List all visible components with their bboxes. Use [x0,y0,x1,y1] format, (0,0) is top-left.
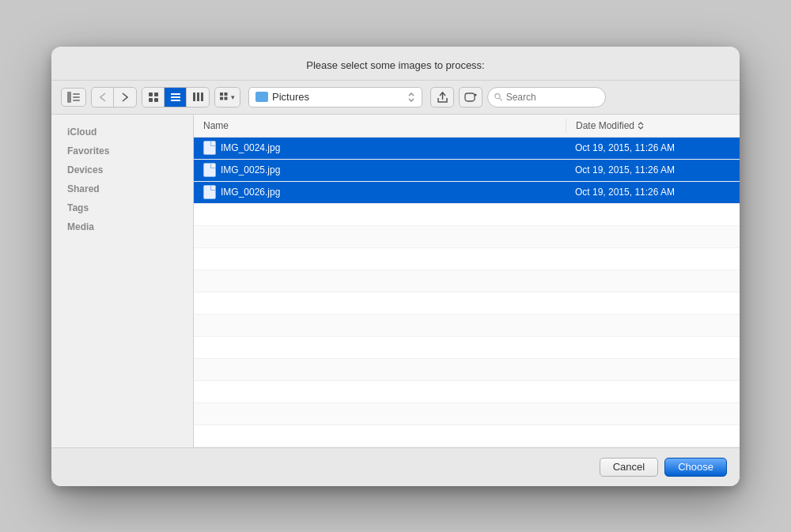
view-icon-button[interactable] [142,88,165,107]
search-box[interactable] [487,87,606,108]
svg-rect-5 [154,92,158,96]
svg-rect-10 [171,100,180,101]
svg-rect-16 [220,96,223,100]
table-row[interactable]: IMG_0026.jpg Oct 19, 2015, 11:26 AM [194,182,740,204]
sidebar: iCloud Favorites Devices Shared [51,115,194,447]
file-date-cell: Oct 19, 2015, 11:26 AM [566,161,740,179]
svg-rect-2 [73,96,80,98]
list-icon [171,93,180,101]
file-name-cell: IMG_0024.jpg [194,138,566,158]
action-button[interactable]: ▾ [215,88,240,107]
empty-row [194,270,740,292]
table-row[interactable]: IMG_0024.jpg Oct 19, 2015, 11:26 AM [194,138,740,160]
svg-rect-15 [225,92,228,96]
file-icon [203,163,216,177]
tag-icon [464,92,477,103]
current-folder: Pictures [272,91,407,103]
action-arrow-icon: ▾ [231,93,235,101]
dialog-footer: Cancel Choose [51,447,740,486]
svg-rect-6 [149,98,153,102]
svg-rect-11 [193,92,195,101]
sidebar-section-media: Media [51,218,193,236]
svg-rect-1 [73,93,80,95]
sidebar-item-icloud[interactable]: iCloud [55,123,190,141]
sidebar-section-favorites: Favorites [51,142,193,160]
action-button-group: ▾ [214,87,240,108]
empty-row [194,315,740,337]
svg-rect-8 [171,93,180,95]
sidebar-item-media[interactable]: Media [55,218,190,236]
dialog-title-bar: Please select some images to process: [51,47,740,81]
file-icon [203,185,216,199]
empty-row [194,337,740,359]
svg-rect-12 [197,92,199,101]
sidebar-item-devices[interactable]: Devices [55,161,190,179]
action-grid-icon [220,92,229,102]
svg-line-22 [500,98,502,100]
file-list-header: Name Date Modified [194,115,740,138]
sidebar-toggle-icon [67,92,80,103]
folder-icon [255,92,268,102]
file-open-dialog: Please select some images to process: [51,47,740,486]
choose-button[interactable]: Choose [664,458,727,477]
sidebar-toggle-button[interactable] [61,88,86,107]
svg-rect-7 [154,98,158,102]
sidebar-item-favorites[interactable]: Favorites [55,142,190,160]
empty-row [194,403,740,425]
column-header-date[interactable]: Date Modified [566,119,740,133]
svg-rect-14 [220,92,223,96]
search-icon [494,92,503,102]
toolbar: ▾ Pictures [51,81,740,115]
sidebar-section-devices: Devices [51,161,193,179]
column-icon [193,92,203,101]
sort-arrows-icon [407,92,415,103]
chevron-left-icon [100,92,106,102]
nav-button-group [91,87,137,108]
view-button-group [142,87,210,108]
location-selector[interactable]: Pictures [248,87,422,108]
svg-rect-19 [465,93,475,101]
dialog-container: Please select some images to process: [51,47,740,486]
sidebar-section-shared: Shared [51,180,193,198]
svg-rect-13 [201,92,203,101]
sidebar-item-tags[interactable]: Tags [55,199,190,217]
file-name-cell: IMG_0025.jpg [194,160,566,180]
svg-rect-4 [149,92,153,96]
file-pane: Name Date Modified IMG_0024.jpg [194,115,740,447]
nav-forward-button[interactable] [114,88,136,107]
sidebar-section-icloud: iCloud [51,123,193,141]
table-row[interactable]: IMG_0025.jpg Oct 19, 2015, 11:26 AM [194,160,740,182]
column-header-name[interactable]: Name [194,119,566,133]
empty-row [194,226,740,248]
tag-button[interactable] [459,87,483,108]
chevron-right-icon [122,92,128,102]
svg-rect-0 [67,92,71,103]
file-name-cell: IMG_0026.jpg [194,182,566,202]
file-date-cell: Oct 19, 2015, 11:26 AM [566,183,740,201]
view-column-button[interactable] [187,88,209,107]
view-list-button[interactable] [165,88,187,107]
sidebar-item-shared[interactable]: Shared [55,180,190,198]
svg-rect-9 [171,96,180,98]
share-icon [437,91,448,104]
svg-rect-17 [225,96,228,100]
dialog-title: Please select some images to process: [306,59,484,71]
empty-row [194,381,740,403]
file-icon [203,141,216,155]
cancel-button[interactable]: Cancel [600,458,658,477]
sort-icon [638,122,644,130]
share-button[interactable] [430,87,454,108]
empty-row [194,359,740,381]
empty-row [194,425,740,447]
svg-rect-3 [73,100,80,101]
empty-row [194,248,740,270]
empty-row [194,292,740,315]
svg-point-21 [495,93,500,98]
sidebar-section-tags: Tags [51,199,193,217]
grid-icon [149,92,158,102]
empty-row [194,204,740,226]
svg-point-20 [475,93,477,96]
file-date-cell: Oct 19, 2015, 11:26 AM [566,139,740,157]
search-input[interactable] [506,92,599,103]
nav-back-button[interactable] [92,88,114,107]
